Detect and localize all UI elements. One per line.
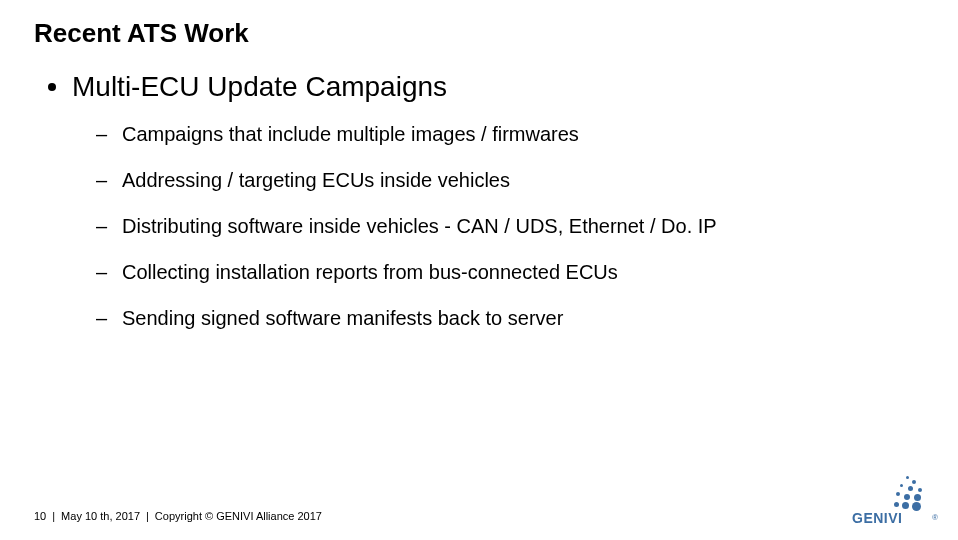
- slide-footer: 10 | May 10 th, 2017 | Copyright © GENIV…: [34, 510, 322, 522]
- main-bullet-text: Multi-ECU Update Campaigns: [72, 71, 447, 103]
- sub-bullet-text: Collecting installation reports from bus…: [122, 259, 618, 285]
- page-number: 10: [34, 510, 46, 522]
- list-item: – Sending signed software manifests back…: [96, 305, 930, 331]
- main-bullet-row: Multi-ECU Update Campaigns: [48, 71, 930, 103]
- sub-bullet-text: Campaigns that include multiple images /…: [122, 121, 579, 147]
- sub-bullet-text: Addressing / targeting ECUs inside vehic…: [122, 167, 510, 193]
- footer-separator: |: [52, 510, 55, 522]
- list-item: – Collecting installation reports from b…: [96, 259, 930, 285]
- logo-text: GENIVI: [852, 510, 902, 526]
- sub-bullet-list: – Campaigns that include multiple images…: [96, 121, 930, 331]
- footer-date: May 10 th, 2017: [61, 510, 140, 522]
- footer-copyright: Copyright © GENIVI Alliance 2017: [155, 510, 322, 522]
- dash-icon: –: [96, 305, 106, 331]
- slide-container: Recent ATS Work Multi-ECU Update Campaig…: [0, 0, 958, 540]
- genivi-logo: GENIVI ®: [850, 474, 936, 530]
- sub-bullet-text: Sending signed software manifests back t…: [122, 305, 563, 331]
- dash-icon: –: [96, 213, 106, 239]
- logo-registered-icon: ®: [932, 513, 938, 522]
- list-item: – Distributing software inside vehicles …: [96, 213, 930, 239]
- logo-dots-icon: [888, 474, 928, 514]
- dash-icon: –: [96, 259, 106, 285]
- footer-separator: |: [146, 510, 149, 522]
- dash-icon: –: [96, 167, 106, 193]
- slide-title: Recent ATS Work: [34, 18, 930, 49]
- dash-icon: –: [96, 121, 106, 147]
- bullet-dot-icon: [48, 83, 56, 91]
- sub-bullet-text: Distributing software inside vehicles - …: [122, 213, 717, 239]
- list-item: – Campaigns that include multiple images…: [96, 121, 930, 147]
- list-item: – Addressing / targeting ECUs inside veh…: [96, 167, 930, 193]
